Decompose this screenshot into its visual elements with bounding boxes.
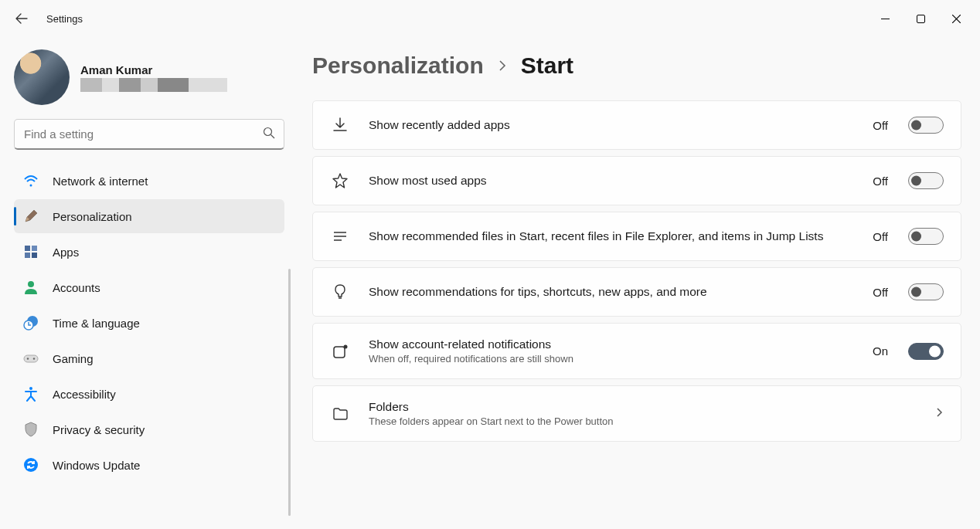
maximize-button[interactable] bbox=[903, 6, 938, 31]
setting-most-used[interactable]: Show most used apps Off bbox=[312, 156, 961, 205]
toggle-state-label: Off bbox=[873, 175, 888, 188]
chevron-right-icon bbox=[498, 59, 507, 76]
minimize-button[interactable] bbox=[867, 6, 903, 31]
accessibility-icon bbox=[23, 386, 39, 402]
sidebar-item-label: Time & language bbox=[53, 317, 140, 330]
folder-icon bbox=[330, 404, 350, 424]
profile-block[interactable]: Aman Kumar bbox=[14, 49, 284, 105]
sidebar-item-apps[interactable]: Apps bbox=[14, 235, 284, 269]
setting-recommendations-tips[interactable]: Show recommendations for tips, shortcuts… bbox=[312, 267, 961, 317]
star-icon bbox=[330, 171, 350, 191]
close-button[interactable] bbox=[938, 6, 974, 31]
maximize-icon bbox=[917, 15, 925, 23]
download-icon bbox=[330, 115, 350, 135]
setting-subtitle: These folders appear on Start next to th… bbox=[369, 415, 916, 427]
sidebar-item-label: Accounts bbox=[53, 281, 100, 294]
sidebar-item-label: Personalization bbox=[53, 210, 132, 223]
toggle-state-label: Off bbox=[873, 286, 888, 299]
toggle-state-label: On bbox=[873, 344, 888, 358]
nav-list: Network & internet Personalization Apps … bbox=[14, 164, 284, 482]
arrow-left-icon bbox=[15, 12, 28, 25]
svg-point-12 bbox=[27, 358, 29, 359]
sidebar: Aman Kumar Network & internet Persona bbox=[0, 37, 294, 529]
clock-globe-icon bbox=[23, 315, 39, 331]
toggle-switch[interactable] bbox=[908, 228, 944, 245]
setting-title: Show most used apps bbox=[369, 174, 854, 188]
sidebar-item-label: Network & internet bbox=[53, 175, 148, 188]
setting-recommended-files[interactable]: Show recommended files in Start, recent … bbox=[312, 212, 961, 261]
search-wrapper bbox=[14, 119, 284, 150]
chevron-right-icon bbox=[934, 406, 944, 422]
toggle-switch[interactable] bbox=[908, 117, 944, 134]
avatar bbox=[14, 49, 70, 105]
svg-rect-5 bbox=[32, 246, 37, 251]
svg-rect-19 bbox=[334, 347, 345, 358]
sidebar-item-accounts[interactable]: Accounts bbox=[14, 270, 284, 304]
minimize-icon bbox=[881, 15, 890, 23]
search-input[interactable] bbox=[14, 119, 284, 150]
setting-title: Show recommended files in Start, recent … bbox=[369, 229, 854, 243]
sidebar-item-network[interactable]: Network & internet bbox=[14, 164, 284, 198]
svg-point-20 bbox=[344, 344, 348, 348]
svg-point-14 bbox=[29, 387, 32, 390]
list-icon bbox=[330, 226, 350, 246]
svg-line-3 bbox=[271, 135, 275, 139]
shield-icon bbox=[23, 422, 39, 437]
toggle-switch[interactable] bbox=[908, 172, 944, 189]
breadcrumb-parent[interactable]: Personalization bbox=[312, 53, 484, 79]
person-icon bbox=[23, 280, 39, 295]
sidebar-scrollbar[interactable] bbox=[288, 269, 291, 516]
sidebar-item-label: Privacy & security bbox=[53, 423, 145, 436]
sidebar-item-personalization[interactable]: Personalization bbox=[14, 199, 284, 233]
sidebar-item-privacy[interactable]: Privacy & security bbox=[14, 412, 284, 446]
svg-point-13 bbox=[33, 358, 35, 359]
window-title: Settings bbox=[46, 13, 83, 25]
lightbulb-icon bbox=[330, 282, 350, 302]
back-button[interactable] bbox=[6, 3, 37, 34]
wifi-icon bbox=[23, 173, 39, 188]
sidebar-item-label: Gaming bbox=[53, 352, 94, 365]
setting-title: Show recently added apps bbox=[369, 118, 854, 132]
svg-point-8 bbox=[28, 281, 34, 287]
setting-folders[interactable]: Folders These folders appear on Start ne… bbox=[312, 385, 961, 442]
svg-rect-1 bbox=[917, 15, 924, 22]
sidebar-item-gaming[interactable]: Gaming bbox=[14, 341, 284, 375]
toggle-switch[interactable] bbox=[908, 343, 944, 360]
sidebar-item-label: Accessibility bbox=[53, 388, 116, 401]
setting-title: Show recommendations for tips, shortcuts… bbox=[369, 285, 854, 299]
breadcrumb: Personalization Start bbox=[312, 53, 961, 79]
gamepad-icon bbox=[23, 351, 39, 366]
sidebar-item-accessibility[interactable]: Accessibility bbox=[14, 377, 284, 411]
brush-icon bbox=[23, 209, 39, 224]
setting-account-notifications[interactable]: Show account-related notifications When … bbox=[312, 323, 961, 379]
setting-title: Show account-related notifications bbox=[369, 337, 854, 351]
svg-point-2 bbox=[264, 128, 272, 136]
setting-subtitle: When off, required notifications are sti… bbox=[369, 353, 854, 365]
sidebar-item-time-language[interactable]: Time & language bbox=[14, 306, 284, 340]
setting-title: Folders bbox=[369, 400, 916, 414]
setting-recently-added[interactable]: Show recently added apps Off bbox=[312, 100, 961, 150]
breadcrumb-current: Start bbox=[521, 53, 573, 79]
svg-point-15 bbox=[24, 458, 38, 472]
toggle-state-label: Off bbox=[873, 119, 888, 132]
toggle-state-label: Off bbox=[873, 230, 888, 243]
apps-icon bbox=[23, 244, 39, 259]
sync-icon bbox=[23, 457, 39, 473]
toggle-switch[interactable] bbox=[908, 283, 944, 300]
sidebar-item-label: Apps bbox=[53, 246, 79, 259]
sidebar-item-windows-update[interactable]: Windows Update bbox=[14, 448, 284, 482]
svg-rect-4 bbox=[25, 246, 30, 251]
svg-rect-6 bbox=[25, 253, 30, 258]
notification-square-icon bbox=[330, 341, 350, 361]
title-bar: Settings bbox=[0, 0, 980, 37]
close-icon bbox=[952, 15, 961, 23]
profile-email-redacted bbox=[80, 78, 227, 92]
search-icon bbox=[263, 127, 275, 142]
sidebar-item-label: Windows Update bbox=[53, 459, 140, 472]
svg-rect-11 bbox=[24, 355, 38, 362]
main-content: Personalization Start Show recently adde… bbox=[294, 37, 980, 529]
window-controls bbox=[867, 6, 974, 31]
svg-rect-7 bbox=[32, 253, 37, 258]
profile-name: Aman Kumar bbox=[80, 63, 227, 76]
